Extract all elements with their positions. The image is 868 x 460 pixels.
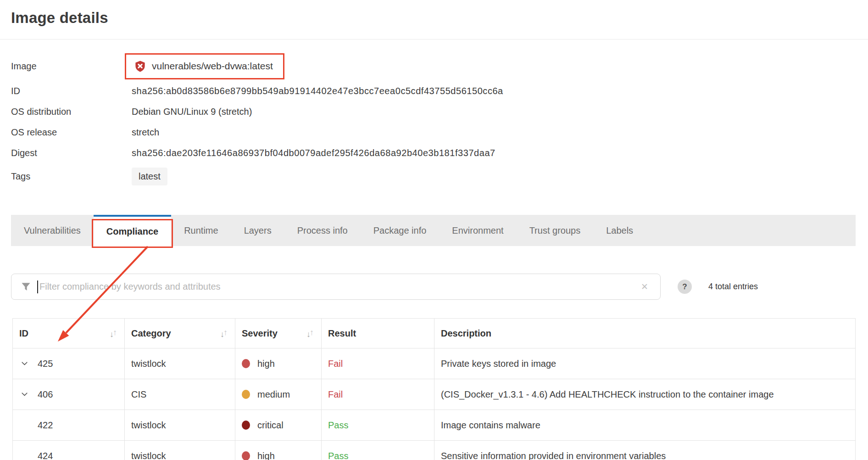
tab-process-info[interactable]: Process info <box>284 215 361 246</box>
severity-label: medium <box>257 389 290 400</box>
tab-runtime[interactable]: Runtime <box>171 215 231 246</box>
clear-filter-icon[interactable]: ✕ <box>641 281 648 292</box>
digest-value: sha256:dae203fe11646a86937bf04db0079adef… <box>125 148 495 158</box>
compliance-table: ID ↓↑ Category ↓↑ Severity ↓↑ Result Des… <box>12 318 856 460</box>
result-badge: Pass <box>328 420 348 431</box>
os-release-value: stretch <box>125 127 159 138</box>
severity-dot <box>242 421 250 430</box>
image-details-tabbar: Vulnerabilities Compliance Runtime Layer… <box>11 215 856 246</box>
result-badge: Fail <box>328 389 343 400</box>
result-badge: Fail <box>328 359 343 369</box>
column-header-severity[interactable]: Severity ↓↑ <box>235 319 322 348</box>
severity-label: high <box>257 451 275 460</box>
text-caret <box>37 280 38 293</box>
meta-label: Tags <box>11 171 125 182</box>
meta-row-os-distribution: OS distribution Debian GNU/Linux 9 (stre… <box>11 101 868 122</box>
table-header-row: ID ↓↑ Category ↓↑ Severity ↓↑ Result Des… <box>13 319 855 348</box>
result-badge: Pass <box>328 451 348 460</box>
column-header-description: Description <box>434 319 855 348</box>
meta-label: Image <box>11 61 125 72</box>
sort-icon[interactable]: ↓↑ <box>220 329 227 338</box>
severity-dot <box>242 359 250 368</box>
meta-row-image: Image vulnerables/web-dvwa:latest <box>11 51 868 81</box>
compliance-id: 424 <box>38 451 53 460</box>
page-header: Image details <box>0 0 868 39</box>
sort-icon[interactable]: ↓↑ <box>306 329 313 338</box>
description-cell: (CIS_Docker_v1.3.1 - 4.6) Add HEALTHCHEC… <box>434 379 855 410</box>
vulnerable-shield-icon <box>134 60 146 73</box>
description-cell: Private keys stored in image <box>434 348 855 379</box>
help-icon[interactable]: ? <box>678 280 692 294</box>
tab-labels[interactable]: Labels <box>593 215 646 246</box>
table-row-424[interactable]: 424 twistlock high Pass Sensitive inform… <box>13 441 855 460</box>
category-cell: CIS <box>125 379 235 410</box>
meta-row-digest: Digest sha256:dae203fe11646a86937bf04db0… <box>11 143 868 163</box>
sort-icon[interactable]: ↓↑ <box>110 329 116 338</box>
compliance-id: 425 <box>38 359 53 369</box>
description-cell: Image contains malware <box>434 410 855 440</box>
meta-row-id: ID sha256:ab0d83586b6e8799bb549ab9191440… <box>11 81 868 101</box>
category-cell: twistlock <box>125 348 235 379</box>
compliance-id: 406 <box>38 389 53 400</box>
severity-dot <box>242 390 250 399</box>
column-header-category[interactable]: Category ↓↑ <box>125 319 235 348</box>
page-title: Image details <box>11 9 857 27</box>
severity-dot <box>242 451 250 460</box>
tab-vulnerabilities[interactable]: Vulnerabilities <box>11 215 94 246</box>
tab-compliance[interactable]: Compliance <box>94 215 171 246</box>
severity-label: high <box>257 359 275 369</box>
tab-environment[interactable]: Environment <box>439 215 516 246</box>
category-cell: twistlock <box>125 441 235 460</box>
image-id-value: sha256:ab0d83586b6e8799bb549ab91914402e4… <box>125 86 503 96</box>
table-row-406[interactable]: 406 CIS medium Fail (CIS_Docker_v1.3.1 -… <box>13 379 855 410</box>
filter-row: Filter compliance by keywords and attrib… <box>11 274 856 300</box>
compliance-id: 422 <box>38 420 53 431</box>
column-header-result: Result <box>322 319 434 348</box>
tab-trust-groups[interactable]: Trust groups <box>517 215 594 246</box>
meta-row-tags: Tags latest <box>11 163 868 189</box>
image-meta-section: Image vulnerables/web-dvwa:latest ID sha… <box>11 51 868 189</box>
tab-layers[interactable]: Layers <box>231 215 284 246</box>
os-distribution-value: Debian GNU/Linux 9 (stretch) <box>125 107 252 117</box>
category-cell: twistlock <box>125 410 235 440</box>
filter-funnel-icon <box>21 281 31 292</box>
meta-label: OS distribution <box>11 107 125 117</box>
meta-label: Digest <box>11 148 125 158</box>
image-name: vulnerables/web-dvwa:latest <box>152 61 273 72</box>
compliance-filter-input[interactable]: Filter compliance by keywords and attrib… <box>11 274 661 300</box>
meta-label: OS release <box>11 127 125 138</box>
description-cell: Sensitive information provided in enviro… <box>434 441 855 460</box>
tag-badge-latest: latest <box>132 168 167 185</box>
expand-chevron-down-icon[interactable] <box>22 362 32 365</box>
header-divider <box>0 39 868 39</box>
annotation-box-image: vulnerables/web-dvwa:latest <box>125 53 284 79</box>
meta-row-os-release: OS release stretch <box>11 122 868 143</box>
column-header-id[interactable]: ID ↓↑ <box>13 319 125 348</box>
filter-placeholder: Filter compliance by keywords and attrib… <box>39 281 641 292</box>
total-entries-label: 4 total entries <box>708 282 758 292</box>
expand-chevron-down-icon[interactable] <box>22 393 32 396</box>
meta-label: ID <box>11 86 125 96</box>
severity-label: critical <box>257 420 284 431</box>
table-row-425[interactable]: 425 twistlock high Fail Private keys sto… <box>13 348 855 379</box>
table-row-422[interactable]: 422 twistlock critical Pass Image contai… <box>13 410 855 441</box>
tab-package-info[interactable]: Package info <box>361 215 440 246</box>
